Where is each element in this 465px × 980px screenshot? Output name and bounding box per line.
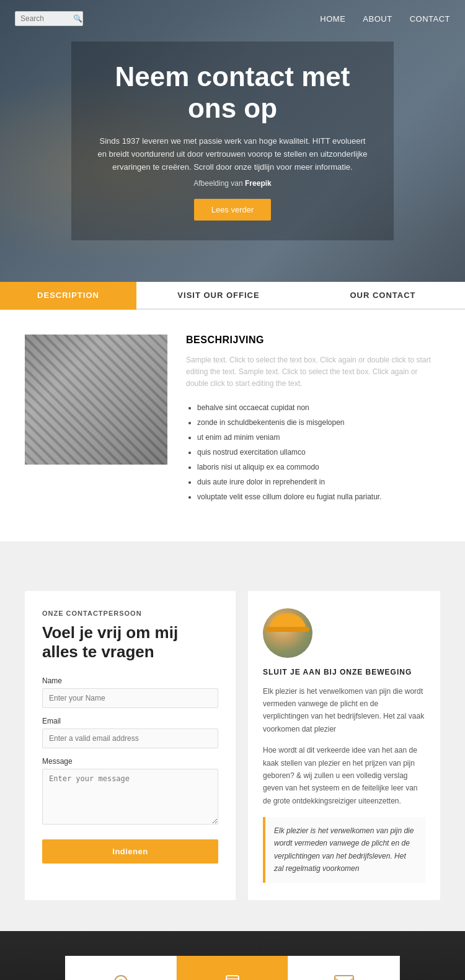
hero-credit: Afbeelding van Freepik bbox=[96, 179, 369, 188]
name-form-group: Name bbox=[42, 676, 218, 708]
tabs-section: DESCRIPTION VISIT OUR OFFICE OUR CONTACT bbox=[0, 282, 465, 310]
tab-visit-office[interactable]: VISIT OUR OFFICE bbox=[136, 282, 301, 310]
email-icon bbox=[301, 974, 387, 980]
email-label: Email bbox=[42, 717, 218, 725]
search-bar[interactable]: 🔍 bbox=[15, 11, 83, 26]
info-text-1: Elk plezier is het verwelkomen van pijn … bbox=[263, 685, 425, 736]
contact-section: ONZE CONTACTPERSOON Voel je vrij om mij … bbox=[0, 572, 465, 931]
main-nav: HOME ABOUT CONTACT bbox=[320, 14, 450, 24]
contact-avatar bbox=[263, 608, 312, 658]
list-item: zonde in schuldbekentenis die is misgelo… bbox=[197, 415, 440, 430]
info-text-2: Hoe wordt al dit verkeerde idee van het … bbox=[263, 744, 425, 807]
name-input[interactable] bbox=[42, 688, 218, 708]
hero-content: Neem contact met ons op Sinds 1937 lever… bbox=[71, 42, 394, 240]
description-image bbox=[25, 335, 167, 465]
info-quote-text: Elk plezier is het verwelkomen van pijn … bbox=[274, 825, 417, 875]
description-list: behalve sint occaecat cupidat nonzonde i… bbox=[186, 400, 440, 504]
message-form-group: Message bbox=[42, 757, 218, 827]
submit-button[interactable]: Indienen bbox=[42, 839, 218, 864]
footer-card-location: ADRES 27 13 Lowe Haven bbox=[65, 956, 177, 980]
list-item: ut enim ad minim veniam bbox=[197, 430, 440, 445]
message-textarea[interactable] bbox=[42, 769, 218, 825]
tab-description[interactable]: DESCRIPTION bbox=[0, 282, 136, 310]
footer-hero: ADRES 27 13 Lowe Haven TELEFOON +111 343… bbox=[0, 931, 465, 980]
contact-form-heading: Voel je vrij om mij alles te vragen bbox=[42, 623, 218, 662]
footer-card-email: E-MAIL bedrijf@info.com bbox=[288, 956, 400, 980]
message-label: Message bbox=[42, 757, 218, 766]
contact-grid: ONZE CONTACTPERSOON Voel je vrij om mij … bbox=[25, 591, 440, 900]
description-sample-text: Sample text. Click to select the text bo… bbox=[186, 354, 440, 390]
tab-our-contact[interactable]: OUR CONTACT bbox=[301, 282, 465, 310]
hero-title: Neem contact met ons op bbox=[96, 61, 369, 124]
contact-info-box: SLUIT JE AAN BIJ ONZE BEWEGING Elk plezi… bbox=[248, 591, 440, 900]
description-title: BESCHRIJVING bbox=[186, 335, 440, 346]
description-content: BESCHRIJVING Sample text. Click to selec… bbox=[186, 335, 440, 504]
list-item: behalve sint occaecat cupidat non bbox=[197, 400, 440, 415]
hero-button[interactable]: Lees verder bbox=[194, 199, 272, 221]
name-label: Name bbox=[42, 676, 218, 685]
phone-icon bbox=[189, 974, 275, 980]
hero-description: Sinds 1937 leveren we met passie werk va… bbox=[96, 135, 369, 173]
spacer bbox=[0, 541, 465, 572]
footer-cards: ADRES 27 13 Lowe Haven TELEFOON +111 343… bbox=[65, 956, 400, 980]
search-input[interactable] bbox=[20, 14, 73, 23]
list-item: voluptate velit esse cillum dolore eu fu… bbox=[197, 489, 440, 504]
svg-rect-1 bbox=[226, 976, 239, 980]
email-form-group: Email bbox=[42, 717, 218, 748]
description-section: BESCHRIJVING Sample text. Click to selec… bbox=[0, 310, 465, 541]
footer-card-phone: TELEFOON +111 343 43 43 bbox=[177, 956, 288, 980]
nav-home[interactable]: HOME bbox=[320, 14, 345, 24]
info-subtitle: SLUIT JE AAN BIJ ONZE BEWEGING bbox=[263, 668, 425, 676]
contact-form-box: ONZE CONTACTPERSOON Voel je vrij om mij … bbox=[25, 591, 236, 900]
list-item: duis aute irure dolor in reprehenderit i… bbox=[197, 475, 440, 489]
hero-section: 🔍 HOME ABOUT CONTACT Neem contact met on… bbox=[0, 0, 465, 282]
email-input[interactable] bbox=[42, 728, 218, 748]
tabs-container: DESCRIPTION VISIT OUR OFFICE OUR CONTACT bbox=[0, 282, 465, 310]
nav-about[interactable]: ABOUT bbox=[363, 14, 392, 24]
info-quote: Elk plezier is het verwelkomen van pijn … bbox=[263, 817, 425, 883]
list-item: quis nostrud exercitation ullamco bbox=[197, 445, 440, 460]
contact-form-label: ONZE CONTACTPERSOON bbox=[42, 610, 218, 617]
location-icon bbox=[78, 974, 164, 980]
search-icon: 🔍 bbox=[73, 14, 82, 23]
nav-contact[interactable]: CONTACT bbox=[410, 14, 450, 24]
list-item: laboris nisi ut aliquip ex ea commodo bbox=[197, 460, 440, 475]
site-header: 🔍 HOME ABOUT CONTACT bbox=[0, 0, 465, 37]
